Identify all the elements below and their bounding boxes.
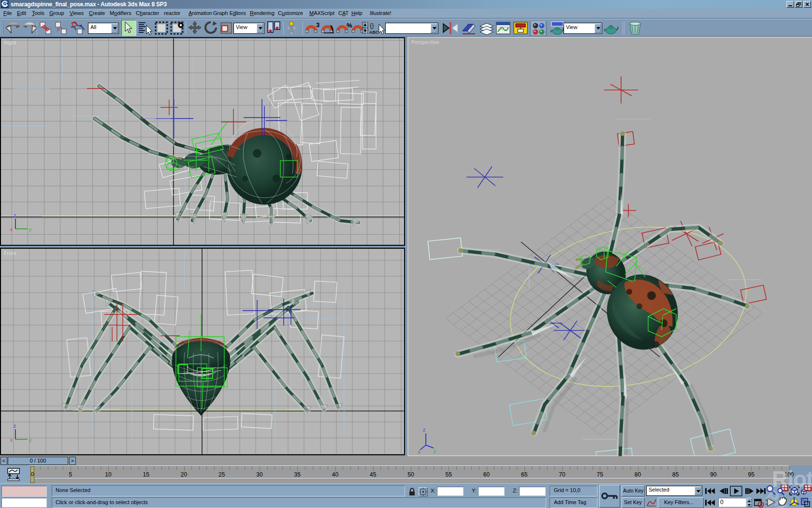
svg-text:z: z [423, 427, 425, 433]
svg-text:y: y [29, 227, 31, 232]
svg-text:x: x [10, 437, 13, 443]
svg-text:3: 3 [316, 21, 319, 29]
svg-text:z: z [14, 423, 16, 429]
svg-text:{}: {} [370, 22, 374, 29]
svg-text:y: y [434, 448, 436, 454]
svg-text:z: z [14, 213, 16, 218]
svg-text:x: x [418, 449, 420, 455]
svg-text:ABC: ABC [369, 30, 379, 35]
svg-text:y: y [29, 437, 31, 443]
svg-text:x: x [10, 227, 13, 232]
svg-text:%: % [347, 22, 352, 29]
